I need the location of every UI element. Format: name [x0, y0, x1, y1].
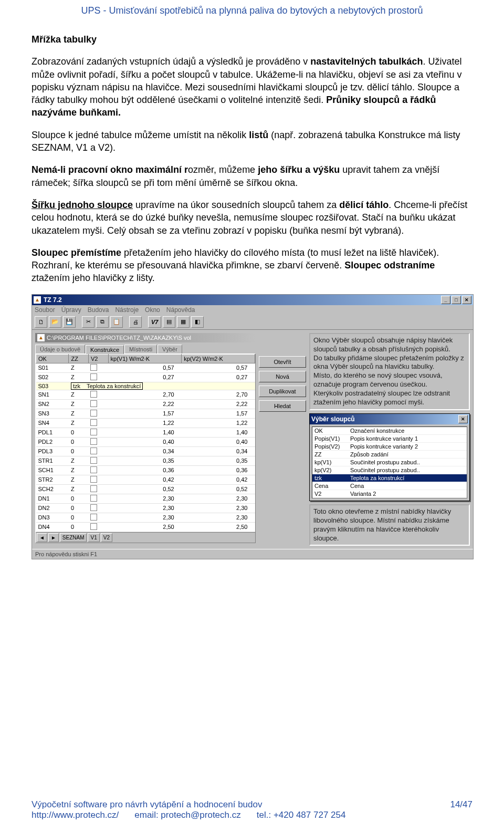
list-item[interactable]: tzkTeplota za konstrukcí — [312, 474, 467, 482]
checkbox-icon[interactable] — [90, 419, 97, 426]
data-table[interactable]: OKZZV2kp(V1) W/m2·Kkp(V2) W/m2·KS01Z0,57… — [35, 353, 256, 543]
paste-icon[interactable]: 📋 — [110, 316, 123, 328]
checkbox-icon[interactable] — [90, 400, 97, 407]
footer-email: email: protech@protech.cz — [134, 810, 240, 820]
sheet-tab[interactable]: V2 — [101, 533, 112, 542]
titlebar[interactable]: ▲ TZ 7.2 _ □ ✕ — [32, 295, 473, 305]
checkbox-icon[interactable] — [90, 495, 97, 502]
checkbox-icon[interactable] — [90, 438, 97, 445]
checkbox-icon[interactable] — [90, 410, 97, 417]
column-header[interactable]: ZZ — [69, 354, 89, 363]
list-item[interactable]: Popis(V1)Popis kontrukce varianty 1 — [312, 435, 467, 443]
toolbar[interactable]: 🗋 📂 💾 ✂ ⧉ 📋 🖨 V7 ▤ ▦ ◧ — [32, 315, 473, 330]
column-list[interactable]: OKOznačení konstrukcePopis(V1)Popis kont… — [312, 427, 467, 498]
menu-item[interactable]: Úpravy — [61, 306, 81, 314]
checkbox-icon[interactable] — [90, 476, 97, 483]
list-item[interactable]: CenaCena — [312, 482, 467, 490]
checkbox-icon[interactable] — [90, 485, 97, 492]
copy-icon[interactable]: ⧉ — [96, 316, 109, 328]
checkbox-icon[interactable] — [90, 523, 97, 530]
column-picker-popup[interactable]: Výběr sloupců ✕ OKOznačení konstrukcePop… — [309, 413, 470, 501]
sheet-tab[interactable]: V1 — [88, 533, 99, 542]
paragraph-2: Sloupce k jedné tabulce můžeme umístit n… — [32, 129, 472, 154]
paragraph-1: Zobrazování zadaných vstupních údajů a v… — [32, 55, 472, 119]
menu-item[interactable]: Nápověda — [166, 306, 195, 314]
table-row[interactable]: DN202,302,30 — [36, 503, 255, 513]
column-header[interactable]: kp(V2) W/m2·K — [182, 354, 255, 363]
tab[interactable]: Údaje o budově — [35, 345, 85, 353]
tool-b-icon[interactable]: ▦ — [177, 316, 190, 328]
close-button[interactable]: ✕ — [462, 296, 471, 304]
popup-close-icon[interactable]: ✕ — [458, 415, 468, 423]
table-row[interactable]: S01Z0,570,57 — [36, 363, 255, 372]
table-row[interactable]: PDL200,400,40 — [36, 437, 255, 446]
app-screenshot: ▲ TZ 7.2 _ □ ✕ SouborÚpravyBudovaNástroj… — [32, 294, 474, 560]
tab[interactable]: Místnosti — [124, 345, 157, 353]
checkbox-icon[interactable] — [90, 457, 97, 464]
table-row[interactable]: SCH1Z0,360,36 — [36, 465, 255, 475]
popup-title: Výběr sloupců — [311, 415, 355, 423]
open-icon[interactable]: 📂 — [49, 316, 61, 328]
tab[interactable]: Konstrukce — [86, 345, 124, 354]
table-row[interactable]: STR1Z0,350,35 — [36, 456, 255, 465]
path-bar: ▲ C:\PROGRAM FILES\PROTECH\TZ_W\ZAKAZKY\… — [35, 333, 256, 342]
list-item[interactable]: kp(V1)Součinitel prostupu zabud.. — [312, 459, 467, 466]
sheet-tabs[interactable]: ◄ ► SEZNAMV1V2 — [36, 532, 255, 543]
menu-item[interactable]: Budova — [88, 306, 109, 314]
sheet-prev-icon[interactable]: ◄ — [37, 533, 47, 542]
table-row[interactable]: SN4Z1,221,22 — [36, 418, 255, 428]
sheet-next-icon[interactable]: ► — [48, 533, 59, 542]
table-row[interactable]: PDL101,401,40 — [36, 428, 255, 437]
checkbox-icon[interactable] — [90, 504, 97, 511]
panel-button[interactable]: Otevřít — [259, 356, 306, 368]
cut-icon[interactable]: ✂ — [82, 316, 94, 328]
table-row[interactable]: DN402,502,50 — [36, 522, 255, 532]
table-row[interactable]: PDL300,340,34 — [36, 446, 255, 456]
panel-button[interactable]: Nová — [259, 371, 306, 382]
v7-button[interactable]: V7 — [148, 316, 161, 328]
checkbox-icon[interactable] — [90, 466, 97, 473]
table-row[interactable]: SN2Z2,222,22 — [36, 399, 255, 409]
minimize-button[interactable]: _ — [441, 296, 450, 304]
menu-item[interactable]: Soubor — [35, 306, 55, 314]
menu-item[interactable]: Nástroje — [115, 306, 139, 314]
list-item[interactable]: OKOznačení konstrukce — [312, 427, 467, 435]
table-row[interactable]: SN1Z2,702,70 — [36, 390, 255, 399]
print-icon[interactable]: 🖨 — [129, 316, 142, 328]
maximize-button[interactable]: □ — [452, 296, 461, 304]
table-row[interactable]: DN302,302,30 — [36, 513, 255, 522]
help-note: Okno Výběr sloupců obsahuje nápisy hlavi… — [309, 333, 470, 410]
table-row[interactable]: DN102,302,30 — [36, 494, 255, 503]
table-row[interactable]: SCH2Z0,520,52 — [36, 484, 255, 494]
table-row[interactable]: STR2Z0,420,42 — [36, 475, 255, 484]
tool-a-icon[interactable]: ▤ — [163, 316, 175, 328]
list-item[interactable]: ZZZpůsob zadání — [312, 451, 467, 459]
checkbox-icon[interactable] — [90, 391, 97, 398]
panel-button[interactable]: Hledat — [259, 400, 306, 412]
list-item[interactable]: Popis(V2)Popis kontrukce varianty 2 — [312, 443, 467, 451]
column-header[interactable]: kp(V1) W/m2·K — [108, 354, 182, 363]
table-row[interactable]: SN3Z1,571,57 — [36, 409, 255, 418]
table-row[interactable]: S02Z0,270,27 — [36, 372, 255, 382]
tool-c-icon[interactable]: ◧ — [191, 316, 204, 328]
sheet-tab[interactable]: SEZNAM — [60, 533, 87, 542]
menubar[interactable]: SouborÚpravyBudovaNástrojeOknoNápověda — [32, 305, 473, 315]
checkbox-icon[interactable] — [90, 448, 97, 454]
paragraph-4: Šířku jednoho sloupce upravíme na úkor s… — [32, 199, 472, 237]
list-item[interactable]: kp(V2)Součinitel prostupu zabud.. — [312, 466, 467, 474]
checkbox-icon[interactable] — [90, 364, 97, 371]
tab[interactable]: Výběr — [158, 345, 182, 353]
checkbox-icon[interactable] — [90, 429, 97, 435]
tab-bar[interactable]: Údaje o budověKonstrukceMístnostiVýběr — [35, 345, 256, 353]
save-icon[interactable]: 💾 — [63, 316, 76, 328]
checkbox-icon[interactable] — [90, 514, 97, 521]
menu-item[interactable]: Okno — [145, 306, 160, 314]
panel-button[interactable]: Duplikovat — [259, 386, 306, 397]
window-title: TZ 7.2 — [44, 296, 62, 304]
column-header[interactable]: V2 — [88, 354, 108, 363]
list-item[interactable]: V2Varianta 2 — [312, 490, 467, 498]
table-row[interactable]: S03tzk Teplota za konstrukcí — [36, 382, 255, 390]
column-header[interactable]: OK — [36, 354, 69, 363]
checkbox-icon[interactable] — [90, 373, 97, 380]
new-icon[interactable]: 🗋 — [35, 316, 47, 328]
